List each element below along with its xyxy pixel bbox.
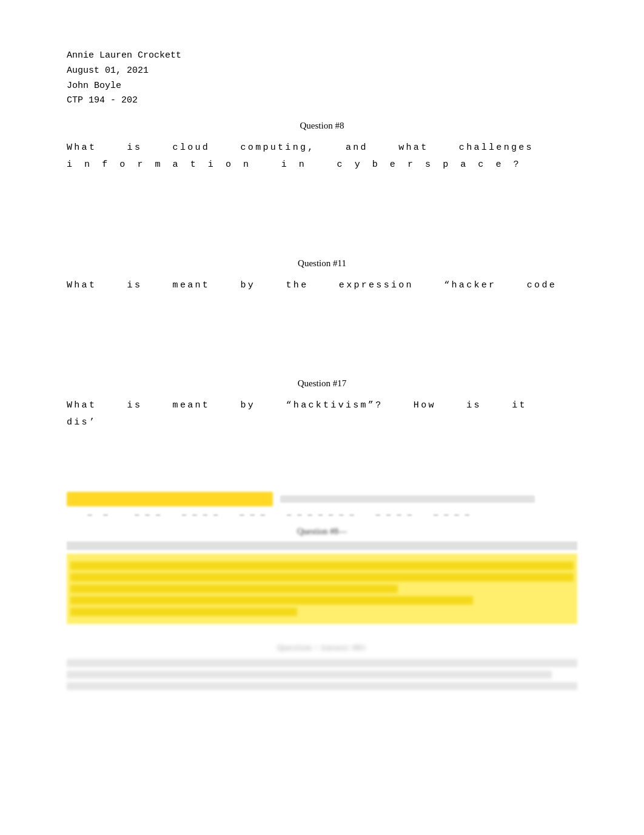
question-8-block: Question #8 What is cloud computing, and… <box>67 121 577 222</box>
yellow-answer-block <box>67 542 577 624</box>
blurred-section: — — — — — — — — — — — — — — — — — — — — … <box>67 492 577 690</box>
question-8-title: Question #8 <box>67 121 577 131</box>
bottom-blurred-section: Question / Answer #81 <box>67 642 577 690</box>
instructor-name: John Boyle <box>67 79 577 94</box>
blurred-text-row-1: — — — — — — — — — — — — — — — — — — — — … <box>67 511 577 520</box>
course-info: CTP 194 - 202 <box>67 93 577 109</box>
question-17-text: What is meant by “hacktivism”? How is it… <box>67 397 577 431</box>
question-11-title: Question #11 <box>67 258 577 269</box>
author-name: Annie Lauren Crockett <box>67 49 577 64</box>
date: August 01, 2021 <box>67 64 577 79</box>
yellow-highlight-paragraph <box>67 554 577 624</box>
redacted-question-title: Question #8— <box>67 527 577 537</box>
question-8-text: What is cloud computing, and what challe… <box>67 139 577 173</box>
page-container: Annie Lauren Crockett August 01, 2021 Jo… <box>0 0 644 742</box>
question-11-block: Question #11 What is meant by the expres… <box>67 258 577 343</box>
question-17-block: Question #17 What is meant by “hacktivis… <box>67 378 577 455</box>
question-17-title: Question #17 <box>67 378 577 389</box>
question-11-text: What is meant by the expression “hacker … <box>67 277 577 294</box>
header-block: Annie Lauren Crockett August 01, 2021 Jo… <box>67 49 577 109</box>
